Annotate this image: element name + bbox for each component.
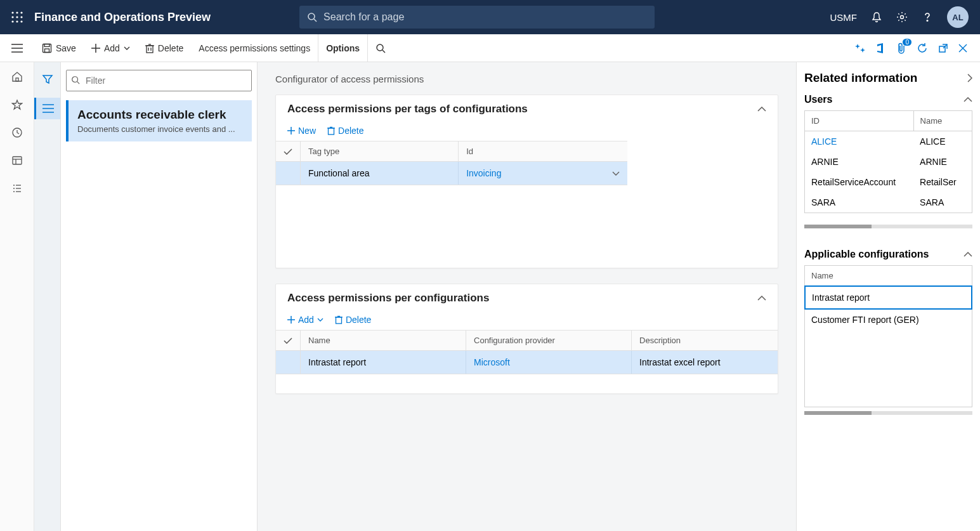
- table-row[interactable]: ALICEALICE: [805, 131, 972, 152]
- col-user-id[interactable]: ID: [805, 111, 914, 131]
- page-search-button[interactable]: [368, 34, 393, 62]
- delete-config-label: Delete: [346, 315, 371, 325]
- copilot-icon[interactable]: [854, 43, 866, 54]
- collapse-icon[interactable]: [964, 252, 972, 257]
- collapse-icon[interactable]: [964, 97, 972, 102]
- svg-point-46: [72, 77, 78, 82]
- select-all-checkbox[interactable]: [276, 141, 301, 162]
- applicable-configs-title: Applicable configurations: [804, 249, 929, 260]
- svg-rect-17: [44, 44, 49, 46]
- svg-line-10: [314, 19, 317, 22]
- col-tag-type[interactable]: Tag type: [301, 141, 459, 162]
- new-label: New: [298, 126, 316, 136]
- list-item[interactable]: Accounts receivable clerk Documents cust…: [66, 100, 252, 141]
- collapse-icon[interactable]: [757, 296, 766, 301]
- col-user-name[interactable]: Name: [913, 111, 972, 131]
- cell-name[interactable]: Intrastat report: [301, 351, 466, 374]
- action-bar: Save Add Delete Access permissions setti…: [0, 34, 980, 62]
- horizontal-scrollbar[interactable]: [804, 225, 972, 228]
- table-row[interactable]: Functional area Invoicing: [276, 162, 627, 185]
- attachments-icon[interactable]: 0: [896, 43, 906, 54]
- close-icon[interactable]: [958, 44, 967, 53]
- col-provider[interactable]: Configuration provider: [466, 331, 632, 351]
- svg-point-11: [901, 16, 904, 19]
- svg-point-26: [377, 44, 383, 51]
- user-name-cell[interactable]: ARNIE: [913, 152, 972, 172]
- svg-rect-21: [147, 46, 153, 53]
- select-all-checkbox[interactable]: [276, 331, 301, 351]
- modules-icon[interactable]: [11, 183, 23, 194]
- col-name[interactable]: Name: [301, 331, 466, 351]
- user-name-cell[interactable]: RetailSer: [913, 172, 972, 192]
- notifications-icon[interactable]: [871, 11, 882, 23]
- related-info-title: Related information: [804, 71, 917, 85]
- cell-id[interactable]: Invoicing: [459, 162, 627, 185]
- add-config-label: Add: [298, 315, 314, 325]
- chevron-right-icon[interactable]: [967, 74, 972, 82]
- horizontal-scrollbar[interactable]: [804, 411, 972, 415]
- cell-id-value: Invoicing: [466, 168, 501, 178]
- app-launcher-icon[interactable]: [0, 11, 34, 23]
- delete-label: Delete: [158, 43, 183, 53]
- delete-tag-label: Delete: [338, 126, 363, 136]
- delete-config-button[interactable]: Delete: [335, 315, 371, 325]
- nav-toggle-icon[interactable]: [0, 44, 34, 53]
- cell-provider[interactable]: Microsoft: [466, 351, 632, 374]
- settings-icon[interactable]: [896, 11, 908, 23]
- svg-rect-50: [329, 128, 334, 134]
- list-item[interactable]: Intrastat report: [804, 285, 972, 310]
- list-view-icon[interactable]: [34, 98, 60, 119]
- page-caption: Configurator of access permissions: [275, 74, 778, 84]
- collapse-icon[interactable]: [757, 107, 766, 112]
- chevron-down-icon[interactable]: [612, 171, 620, 176]
- top-nav-bar: Finance and Operations Preview Search fo…: [0, 0, 980, 34]
- office-icon[interactable]: [876, 43, 886, 54]
- list-filter-input[interactable]: [66, 70, 252, 91]
- svg-point-0: [11, 11, 13, 13]
- save-button[interactable]: Save: [34, 34, 84, 62]
- add-config-button[interactable]: Add: [287, 315, 323, 325]
- user-name-cell[interactable]: ALICE: [913, 131, 972, 152]
- list-item[interactable]: Customer FTI report (GER): [805, 309, 972, 331]
- add-button[interactable]: Add: [84, 34, 138, 62]
- access-permissions-settings-button[interactable]: Access permissions settings: [191, 34, 318, 62]
- workspaces-icon[interactable]: [11, 155, 23, 166]
- refresh-icon[interactable]: [917, 43, 928, 54]
- svg-rect-55: [336, 317, 341, 324]
- table-row[interactable]: SARASARA: [805, 192, 972, 213]
- options-button[interactable]: Options: [318, 34, 368, 62]
- home-icon[interactable]: [11, 71, 23, 82]
- delete-tag-button[interactable]: Delete: [327, 126, 363, 136]
- user-avatar[interactable]: AL: [947, 6, 969, 28]
- delete-button[interactable]: Delete: [138, 34, 191, 62]
- col-config-name[interactable]: Name: [805, 266, 972, 286]
- search-placeholder: Search for a page: [323, 11, 404, 23]
- svg-point-12: [927, 20, 928, 22]
- chevron-down-icon: [317, 318, 323, 322]
- popout-icon[interactable]: [938, 43, 948, 53]
- col-description[interactable]: Description: [632, 331, 778, 351]
- table-row[interactable]: Intrastat report Microsoft Intrastat exc…: [276, 351, 778, 374]
- svg-point-7: [16, 20, 18, 22]
- user-name-cell[interactable]: SARA: [913, 192, 972, 213]
- favorites-icon[interactable]: [11, 99, 23, 110]
- help-icon[interactable]: [922, 11, 933, 23]
- attachments-count: 0: [903, 39, 911, 46]
- user-id-cell[interactable]: ALICE: [805, 131, 914, 152]
- col-id[interactable]: Id: [459, 141, 627, 162]
- user-id-cell[interactable]: SARA: [805, 192, 914, 213]
- cell-description[interactable]: Intrastat excel report: [632, 351, 778, 374]
- company-picker[interactable]: USMF: [830, 12, 858, 23]
- funnel-icon[interactable]: [42, 67, 53, 91]
- svg-rect-32: [16, 78, 18, 81]
- global-search[interactable]: Search for a page: [299, 6, 655, 29]
- user-id-cell[interactable]: ARNIE: [805, 152, 914, 172]
- table-row[interactable]: ARNIEARNIE: [805, 152, 972, 172]
- recent-icon[interactable]: [11, 127, 23, 138]
- new-button[interactable]: New: [287, 126, 316, 136]
- add-label: Add: [104, 43, 120, 53]
- user-id-cell[interactable]: RetailServiceAccount: [805, 172, 914, 192]
- cell-tag-type[interactable]: Functional area: [301, 162, 459, 185]
- table-row[interactable]: RetailServiceAccountRetailSer: [805, 172, 972, 192]
- list-item-description: Documents customer invoice events and ..…: [77, 124, 243, 134]
